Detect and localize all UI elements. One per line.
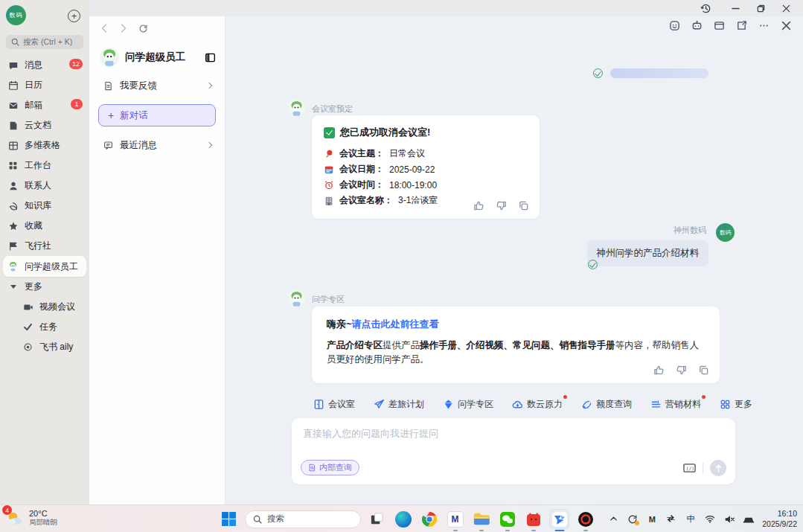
back-icon[interactable]	[98, 22, 110, 34]
sidebar-item-mail[interactable]: 邮箱 1	[0, 95, 89, 115]
bot-profile-icon[interactable]	[690, 19, 703, 32]
caret-down-icon	[7, 285, 19, 289]
tray-network-activity-icon[interactable]	[665, 513, 677, 525]
sidebar-item-tasks[interactable]: 任务	[0, 317, 89, 337]
tray-chevron-up-icon[interactable]	[607, 513, 619, 525]
sticker-icon[interactable]	[668, 19, 681, 32]
sidebar-item-base[interactable]: 多维表格	[0, 135, 89, 156]
tray-wifi-icon[interactable]	[704, 513, 716, 525]
tray-time: 16:10	[762, 509, 797, 519]
recorder-app-icon[interactable]	[575, 509, 595, 529]
taskbar-weather-widget[interactable]: 4 20°C 局部晴朗	[4, 508, 57, 528]
quick-meeting-room[interactable]: 会议室	[313, 398, 355, 411]
sidebar-item-workplace[interactable]: 工作台	[0, 156, 89, 176]
feishu-app-icon[interactable]	[549, 509, 569, 529]
maximize-button[interactable]	[748, 0, 773, 16]
aily-icon	[22, 342, 33, 352]
svg-text:(/): (/)	[686, 466, 694, 471]
thumbs-down-icon[interactable]	[496, 200, 507, 211]
thumbs-up-icon[interactable]	[653, 365, 665, 376]
field-row: 会议主题： 日常会议	[324, 146, 528, 161]
history-icon[interactable]	[694, 0, 717, 16]
red-cat-app-icon[interactable]	[523, 509, 543, 529]
taskbar-search[interactable]: 搜索	[245, 510, 361, 528]
table-icon	[7, 141, 19, 151]
quick-wenxue-zone[interactable]: 问学专区	[443, 398, 493, 411]
office-building-icon	[324, 196, 334, 206]
quick-shuyun-force[interactable]: 数云原力	[512, 398, 563, 411]
quick-actions-toolbar: 会议室 差旅计划 问学专区 数云原力 额度查询 营销材料 更多	[313, 398, 752, 411]
chat-area: 会议室预定 您已成功取消会议室! 会议主题： 日常会议 会议日期： 2025-0…	[225, 16, 803, 504]
keyboard-icon[interactable]: (/)	[683, 463, 696, 473]
tray-battery-icon[interactable]	[743, 513, 755, 525]
message-input[interactable]: 直接输入您的问题向我进行提问 内部查询 (/)	[292, 418, 735, 484]
sidebar-item-wiki[interactable]: 知识库	[0, 196, 89, 216]
copy-icon[interactable]	[518, 200, 529, 211]
gem-icon	[443, 399, 454, 410]
quick-travel-plan[interactable]: 差旅计划	[374, 398, 424, 411]
recent-messages-item[interactable]: 最近消息	[97, 132, 217, 158]
message-sender: 问学专区	[312, 294, 345, 305]
copy-icon[interactable]	[698, 365, 709, 376]
sidebar-item-more[interactable]: 更多	[0, 277, 89, 297]
input-placeholder: 直接输入您的问题向我进行提问	[303, 427, 438, 440]
weather-temp: 20°C	[29, 509, 57, 518]
sidebar-item-wenxue-agent[interactable]: 问学超级员工	[3, 256, 86, 277]
go-view-link[interactable]: 请点击此处前往查看	[352, 318, 439, 330]
calendar-emoji-icon	[324, 164, 334, 175]
sidebar-item-community[interactable]: 飞行社	[0, 236, 89, 256]
more-options-icon[interactable]	[757, 19, 770, 32]
sidebar-item-docs[interactable]: 云文档	[0, 115, 89, 135]
collapse-panel-icon[interactable]	[205, 52, 216, 63]
sidebar-item-favorites[interactable]: 收藏	[0, 216, 89, 236]
sidebar-item-calendar[interactable]: 日历	[0, 75, 89, 95]
message-skeleton-bar	[610, 68, 708, 78]
tray-sync-icon[interactable]	[627, 513, 639, 525]
close-chat-icon[interactable]	[779, 19, 793, 32]
tray-volume-muted-icon[interactable]	[723, 513, 735, 525]
quota-icon	[581, 399, 592, 410]
search-input[interactable]: 搜索 (Ctrl + K)	[6, 35, 83, 49]
pushpin-icon	[324, 149, 334, 159]
edge-app-icon[interactable]	[393, 509, 413, 529]
person-icon	[7, 181, 19, 191]
meeting-room-icon	[313, 399, 324, 410]
sidebar-item-messages[interactable]: 消息 12	[0, 55, 89, 75]
new-chat-button[interactable]: + 新对话	[98, 104, 216, 126]
thumbs-down-icon[interactable]	[676, 365, 687, 376]
sidebar-item-feishu-aily[interactable]: 飞书 aily	[0, 337, 89, 357]
star-icon	[7, 221, 19, 231]
start-button[interactable]	[219, 509, 239, 529]
quick-marketing-materials[interactable]: 营销材料	[650, 398, 701, 411]
user-avatar[interactable]: 数码	[716, 223, 735, 242]
tray-clock[interactable]: 16:10 2025/9/22	[762, 509, 800, 529]
forward-icon[interactable]	[118, 22, 129, 34]
user-avatar[interactable]: 数码	[6, 5, 26, 25]
close-window-button[interactable]	[773, 0, 799, 16]
send-button[interactable]	[710, 460, 726, 476]
thumbs-up-icon[interactable]	[473, 200, 484, 211]
file-explorer-icon[interactable]	[471, 509, 491, 529]
unread-badge: 1	[71, 99, 83, 109]
quick-quota-query[interactable]: 额度查询	[581, 398, 632, 411]
tray-m-icon[interactable]: M	[646, 513, 658, 525]
envelope-icon	[7, 100, 19, 111]
tray-date: 2025/9/22	[762, 519, 797, 530]
calendar-icon	[7, 80, 19, 91]
weather-desc: 局部晴朗	[29, 518, 57, 528]
m-app-icon[interactable]: M	[445, 509, 465, 529]
banner-window-icon[interactable]	[712, 19, 726, 32]
tray-ime-indicator[interactable]: 中	[685, 513, 697, 525]
minimize-button[interactable]	[723, 0, 748, 16]
add-icon[interactable]: +	[68, 10, 80, 22]
popout-window-icon[interactable]	[735, 19, 748, 32]
task-view-button[interactable]	[367, 509, 387, 529]
sidebar-item-contacts[interactable]: 联系人	[0, 176, 89, 196]
internal-query-pill[interactable]: 内部查询	[301, 460, 359, 475]
wechat-app-icon[interactable]	[497, 509, 517, 529]
feedback-item[interactable]: 我要反馈	[97, 73, 217, 98]
chrome-app-icon[interactable]	[419, 509, 439, 529]
sidebar-item-video-meeting[interactable]: 视频会议	[0, 297, 89, 317]
quick-more[interactable]: 更多	[720, 398, 752, 411]
refresh-icon[interactable]	[137, 22, 149, 34]
